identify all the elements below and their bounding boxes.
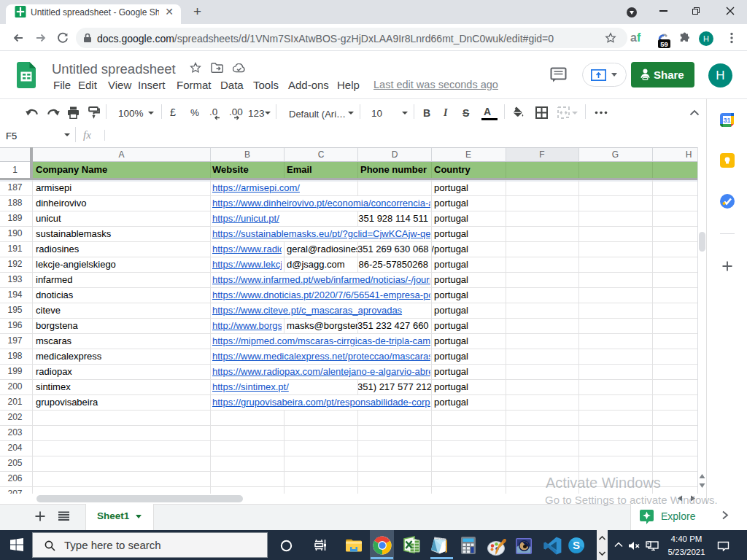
svg-text:31: 31 (723, 117, 730, 124)
svg-text:S: S (573, 539, 580, 551)
svg-text:59: 59 (660, 40, 668, 48)
